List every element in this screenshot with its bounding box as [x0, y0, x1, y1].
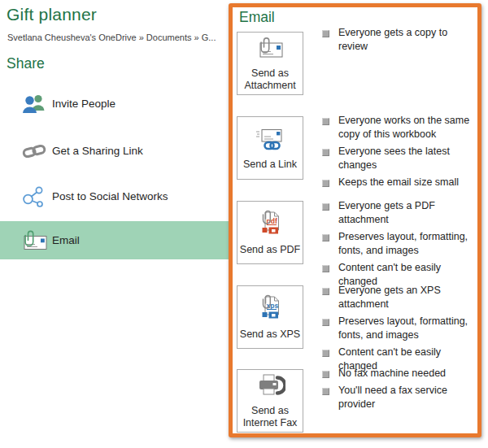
xps-document-icon: xps [255, 294, 285, 324]
bullet-item: Everyone works on the same copy of this … [322, 114, 477, 141]
social-networks-icon [20, 185, 49, 208]
sidebar-item-invite-people[interactable]: Invite People [0, 85, 230, 123]
option-bullets: Everyone gets an XPS attachmentPreserves… [322, 284, 477, 376]
sidebar-item-label: Email [52, 234, 80, 246]
option-bullets: Everyone works on the same copy of this … [322, 114, 477, 193]
option-bullets: Everyone gets a PDF attachmentPreserves … [322, 199, 477, 292]
sidebar-item-label: Post to Social Networks [52, 190, 168, 202]
fax-machine-icon [255, 373, 285, 400]
sidebar-item-label: Get a Sharing Link [52, 145, 143, 157]
pdf-document-icon: pdf [255, 209, 285, 239]
option-bullets: Everyone gets a copy to review [322, 26, 477, 57]
share-options-nav: Invite People Get a Sharing Link [0, 0, 230, 448]
bullet-item: Preserves layout, formatting, fonts, and… [322, 230, 477, 258]
sidebar-item-email[interactable]: Email [0, 221, 230, 259]
bullet-item: Everyone gets a copy to review [322, 26, 477, 54]
option-button-label: Send as PDF [240, 244, 300, 256]
bullet-item: Everyone sees the latest changes [322, 145, 477, 172]
send-as-attachment-button[interactable]: Send as Attachment [237, 32, 303, 95]
option-bullets: No fax machine neededYou'll need a fax s… [322, 367, 477, 415]
sharing-link-icon [20, 142, 49, 160]
sidebar-item-label: Invite People [52, 98, 115, 110]
bullet-item: Keeps the email size small [322, 176, 477, 189]
send-as-xps-button[interactable]: xps Send as XPS [237, 285, 303, 349]
send-a-link-button[interactable]: Send a Link [237, 116, 303, 180]
option-button-label: Send a Link [243, 159, 297, 171]
bullet-item: Everyone gets a PDF attachment [322, 199, 477, 227]
bullet-item: Preserves layout, formatting, fonts, and… [322, 315, 477, 342]
invite-people-icon [20, 93, 49, 115]
sidebar-item-get-sharing-link[interactable]: Get a Sharing Link [0, 132, 230, 170]
email-envelope-icon [20, 229, 49, 252]
bullet-item: You'll need a fax service provider [322, 384, 477, 411]
email-options-panel: Email Send as Attachment Everyone gets a… [229, 3, 481, 437]
link-envelope-icon [254, 125, 286, 154]
option-button-label: Send as Attachment [239, 67, 301, 92]
backstage-share-view: Gift planner Svetlana Cheusheva's OneDri… [0, 0, 488, 448]
option-button-label: Send as XPS [240, 328, 300, 341]
sidebar-item-post-social-networks[interactable]: Post to Social Networks [0, 177, 230, 215]
email-heading: Email [239, 9, 275, 26]
send-as-internet-fax-button[interactable]: Send as Internet Fax [237, 369, 303, 433]
bullet-item: Everyone gets an XPS attachment [322, 284, 477, 311]
send-as-pdf-button[interactable]: pdf Send as PDF [237, 201, 303, 264]
attachment-envelope-icon [255, 36, 285, 63]
bullet-item: No fax machine needed [322, 367, 477, 381]
option-button-label: Send as Internet Fax [239, 405, 301, 429]
